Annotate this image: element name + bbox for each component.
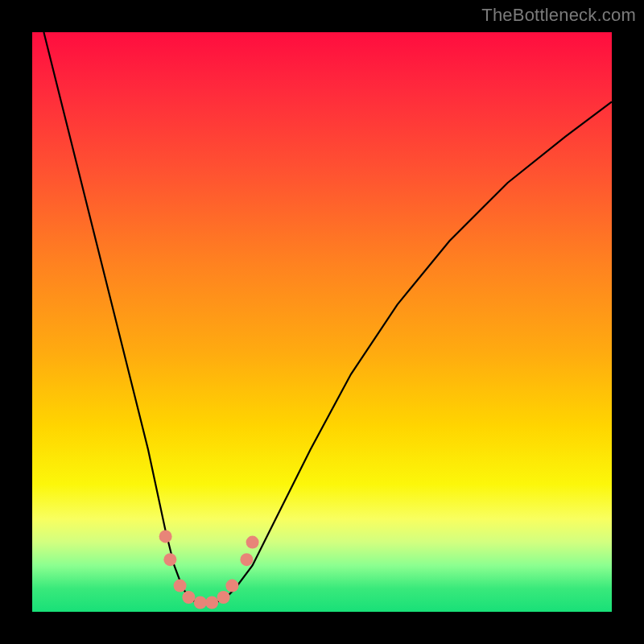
marker-2 (163, 553, 176, 566)
marker-10 (246, 536, 259, 549)
chart-frame: TheBottleneck.com (0, 0, 644, 644)
marker-4 (182, 591, 195, 604)
marker-3 (174, 580, 187, 592)
curve-svg (32, 32, 612, 612)
marker-7 (217, 591, 230, 604)
marker-5 (194, 596, 207, 609)
plot-area (32, 32, 612, 612)
watermark-text: TheBottleneck.com (481, 5, 636, 26)
marker-8 (225, 580, 238, 592)
bottleneck-curve-path (43, 32, 612, 603)
curve-markers (159, 530, 259, 609)
marker-9 (240, 553, 253, 566)
marker-1 (159, 530, 172, 543)
marker-6 (205, 596, 218, 609)
